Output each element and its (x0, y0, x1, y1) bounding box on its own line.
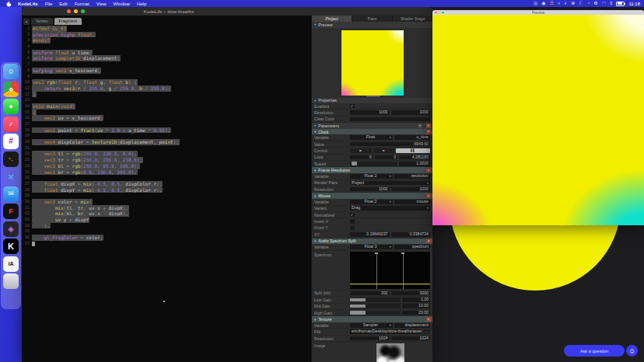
dock-item-ia-writer[interactable]: iA (3, 256, 19, 272)
value-field[interactable]: 6949.60 (350, 142, 430, 147)
code-text[interactable] (32, 241, 35, 247)
loop-field[interactable]: 4.281183 (399, 155, 430, 160)
resolution-field[interactable]: 1000 (350, 187, 390, 192)
resolution-field[interactable]: 1024 (350, 336, 390, 341)
code-text[interactable]: ); (32, 223, 51, 229)
panel-tab-project[interactable]: Project (312, 16, 352, 22)
variable-field[interactable]: displacement (394, 323, 430, 328)
wifi-icon[interactable]: ◠ (602, 0, 606, 7)
code-text[interactable]: vec2 point = fract(uv * 1.0 + u_time * 0… (32, 127, 171, 134)
mid-gain-slider[interactable] (350, 304, 401, 308)
remove-parameter-button[interactable]: × (426, 238, 431, 243)
battery-icon[interactable] (616, 2, 625, 6)
code-text[interactable]: vec4 dispColor = texture2D(displacement,… (32, 139, 180, 145)
add-parameter-button[interactable]: + (418, 124, 422, 128)
slider-handle[interactable] (350, 311, 366, 315)
screen-record-icon[interactable]: ◉ (541, 0, 545, 7)
menu-clock[interactable]: 11:18 (628, 2, 640, 6)
shader-preview-thumbnail[interactable] (341, 30, 404, 96)
code-text[interactable]: vec3 br = rgb(0.0, 230.0, 205.0); (32, 169, 138, 176)
remove-parameter-button[interactable]: × (426, 168, 431, 172)
dock-item-media-app[interactable]: ◈ (3, 221, 19, 237)
invert-y-checkbox[interactable] (350, 226, 355, 231)
code-text[interactable]: void main(void) (32, 103, 75, 110)
split-hz-field[interactable]: 3000 (391, 291, 431, 296)
code-text[interactable]: return vec3(r / 255.0, g / 255.0, b / 25… (32, 85, 171, 92)
clear-color-field[interactable] (350, 117, 430, 122)
shortcut-icon[interactable]: ⊕ (571, 0, 575, 7)
code-text[interactable]: #ifdef GL_ES (32, 26, 67, 32)
dock-item-x-app[interactable]: × (3, 169, 19, 184)
code-text[interactable]: vec3 tr = rgb(255.0, 255.0, 230.0); (32, 157, 143, 163)
high-gain-slider[interactable] (350, 311, 401, 315)
ask-a-question-button[interactable]: Ask a question (564, 345, 625, 357)
menu-item-kodelife[interactable]: KodeLife (18, 2, 38, 6)
assistant-avatar-button[interactable]: ☺ (626, 345, 638, 357)
speed-slider[interactable] (350, 162, 397, 166)
play-button[interactable]: ▶ (350, 148, 372, 153)
code-text[interactable]: vec3 bl = rgb(255.0, 95.0, 195.0); (32, 163, 140, 169)
slider-handle[interactable] (350, 305, 366, 308)
code-text[interactable]: varying vec2 v_texcoord; (32, 68, 101, 74)
control-center-icon[interactable]: ≡ (610, 0, 613, 7)
param-section-mouse[interactable]: ▾Mouse× (312, 193, 432, 199)
loop-field[interactable]: 0 (350, 155, 373, 160)
menu-item-edit[interactable]: Edit (59, 2, 67, 6)
preview-window-titlebar[interactable]: Preview (432, 10, 644, 15)
code-text[interactable]: vec3 rgb(float r, float g, float b) { (32, 79, 138, 85)
stop-button[interactable]: ■ (373, 148, 395, 153)
code-text[interactable]: mix(tl, tr, uv.x + dispX), (32, 205, 129, 211)
loop-field[interactable]: 0 (375, 155, 398, 160)
code-text[interactable]: float dispX = mix(-0.5, 0.5, dispColor.r… (32, 181, 163, 187)
code-area[interactable]: 1#ifdef GL_ES2precision highp float;3#en… (22, 26, 311, 362)
window-titlebar[interactable]: KodeLife – slow-breaths (22, 7, 432, 16)
display-icon[interactable]: ◎ (534, 0, 537, 7)
enabled-checkbox[interactable]: ✓ (350, 104, 355, 109)
parameters-section-header[interactable]: ▾ Parameters + ▾ (312, 123, 432, 129)
remove-parameter-button[interactable]: × (426, 317, 431, 322)
menu-item-window[interactable]: Window (114, 2, 130, 6)
code-text[interactable]: uniform sampler2D displacement; (32, 55, 121, 61)
param-section-audio-spectrum-split[interactable]: ▾Audio Spectrum Split× (312, 238, 432, 245)
panel-tab-shader-stage[interactable]: Shader Stage (393, 16, 432, 22)
dock-item-kodelife[interactable]: K (3, 238, 19, 254)
code-text[interactable]: { (32, 110, 37, 116)
menu-item-file[interactable]: File (45, 2, 53, 6)
resolution-field[interactable]: 1024 (391, 336, 431, 341)
variable-dropdown[interactable]: Sampler▾ (350, 323, 393, 328)
browse-file-button[interactable]: … (423, 329, 430, 334)
param-section-frame-resolution[interactable]: ▾Frame Resolution× (312, 167, 432, 173)
resolution-field[interactable]: 1000 (391, 110, 431, 115)
variable-field[interactable]: spectrum (394, 245, 430, 249)
low-gain-field[interactable]: 1.00 (402, 298, 430, 302)
speed-field[interactable]: 1.0000 (399, 162, 430, 166)
resolution-field[interactable]: 1000 (391, 187, 431, 192)
variable-dropdown[interactable]: Float 3▾ (350, 245, 393, 249)
code-text[interactable]: vec2 uv = v_texcoord; (32, 115, 103, 121)
mid-gain-field[interactable]: 10.00 (402, 304, 430, 308)
param-section-texture[interactable]: ▾Texture× (312, 316, 432, 322)
app-badge-icon[interactable]: ● (558, 0, 561, 7)
menu-item-view[interactable]: View (96, 2, 107, 6)
code-text[interactable]: vec3 color = mix( (32, 199, 93, 205)
panel-tab-pass[interactable]: Pass (352, 16, 392, 22)
dock-item-mail[interactable]: ✉ (3, 186, 19, 202)
dock-item-finder[interactable]: ☺ (3, 64, 19, 79)
normalized-checkbox[interactable]: ✓ (350, 213, 355, 218)
param-section-clock[interactable]: ▾Clock× (312, 129, 432, 135)
menu-item-help[interactable]: Help (137, 2, 146, 6)
split-marker-high[interactable] (403, 253, 404, 289)
slider-handle[interactable] (352, 162, 357, 165)
dock-item-terminal[interactable]: >_ (3, 151, 19, 167)
code-text[interactable]: } (32, 92, 37, 98)
file-field[interactable]: ers/thomas/Desktop/slow-breaths/assets/d… (350, 329, 422, 334)
remove-parameter-button[interactable]: × (426, 193, 431, 198)
render-pass-dropdown[interactable]: Project▾ (350, 181, 430, 186)
dock-item-trash[interactable] (3, 273, 19, 289)
code-text[interactable]: gl_FragColor = color; (32, 235, 103, 241)
preview-section-header[interactable]: ▾ Preview (312, 22, 432, 28)
apple-menu-icon[interactable] (5, 1, 12, 7)
code-text[interactable]: float dispY = mix(-0.5, 0.5, dispColor.r… (32, 187, 163, 193)
parameters-menu-button[interactable]: ▾ (426, 124, 431, 128)
editor-tab-vertex[interactable]: Vertex (31, 18, 53, 25)
